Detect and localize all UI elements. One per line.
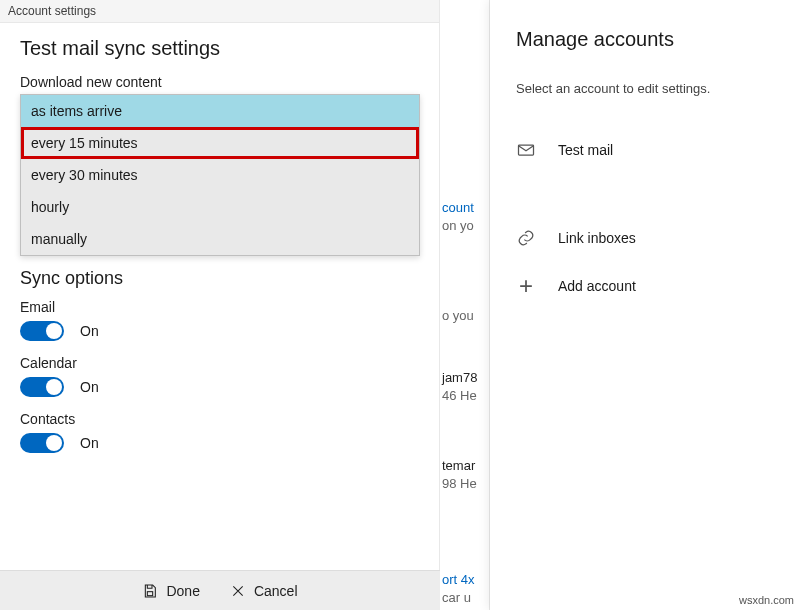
fragment: count [442, 200, 474, 215]
action-bar: Done Cancel [0, 570, 440, 610]
toggle-switch[interactable] [20, 377, 64, 397]
done-label: Done [166, 583, 199, 599]
link-inboxes-label: Link inboxes [558, 230, 636, 246]
manage-accounts-subtitle: Select an account to edit settings. [516, 81, 774, 96]
svg-rect-0 [148, 591, 153, 595]
background-mail-list: count on yo o you jam78 46 He temar 98 H… [440, 0, 490, 610]
toggle-switch[interactable] [20, 433, 64, 453]
fragment: temar [442, 458, 475, 473]
fragment: o you [442, 308, 474, 323]
fragment: car u [442, 590, 471, 605]
manage-accounts-panel: Manage accounts Select an account to edi… [490, 0, 800, 610]
fragment: 46 He [442, 388, 477, 403]
close-icon [230, 583, 246, 599]
toggle-state: On [80, 323, 99, 339]
account-name: Test mail [558, 142, 613, 158]
dropdown-option[interactable]: manually [21, 223, 419, 255]
download-content-label: Download new content [20, 74, 419, 90]
done-button[interactable]: Done [142, 583, 199, 599]
dropdown-option[interactable]: as items arrive [21, 95, 419, 127]
toggle-label: Email [20, 299, 419, 315]
settings-panel: Account settings Test mail sync settings… [0, 0, 440, 610]
toggle-state: On [80, 379, 99, 395]
panel-header: Account settings [0, 0, 439, 23]
fragment: jam78 [442, 370, 477, 385]
add-account-button[interactable]: + Add account [516, 262, 774, 310]
save-icon [142, 583, 158, 599]
toggle-label: Calendar [20, 355, 419, 371]
sync-options-heading: Sync options [20, 268, 419, 289]
sync-toggle-contacts: ContactsOn [20, 411, 419, 453]
dropdown-option[interactable]: every 15 minutes [21, 127, 419, 159]
cancel-button[interactable]: Cancel [230, 583, 298, 599]
link-icon [516, 228, 536, 248]
fragment: 98 He [442, 476, 477, 491]
cancel-label: Cancel [254, 583, 298, 599]
plus-icon: + [516, 276, 536, 296]
link-inboxes-button[interactable]: Link inboxes [516, 214, 774, 262]
dropdown-option[interactable]: every 30 minutes [21, 159, 419, 191]
sync-toggle-calendar: CalendarOn [20, 355, 419, 397]
panel-body: Test mail sync settings Download new con… [0, 23, 439, 481]
fragment: on yo [442, 218, 474, 233]
toggle-state: On [80, 435, 99, 451]
add-account-label: Add account [558, 278, 636, 294]
toggle-switch[interactable] [20, 321, 64, 341]
fragment: ort 4x [442, 572, 475, 587]
manage-accounts-title: Manage accounts [516, 28, 774, 51]
sync-toggle-email: EmailOn [20, 299, 419, 341]
account-item[interactable]: Test mail [516, 126, 774, 174]
watermark: wsxdn.com [739, 594, 794, 606]
toggle-label: Contacts [20, 411, 419, 427]
page-title: Test mail sync settings [20, 37, 419, 60]
svg-rect-1 [519, 145, 534, 155]
download-frequency-dropdown[interactable]: as items arriveevery 15 minutesevery 30 … [20, 94, 420, 256]
mail-icon [516, 140, 536, 160]
dropdown-option[interactable]: hourly [21, 191, 419, 223]
